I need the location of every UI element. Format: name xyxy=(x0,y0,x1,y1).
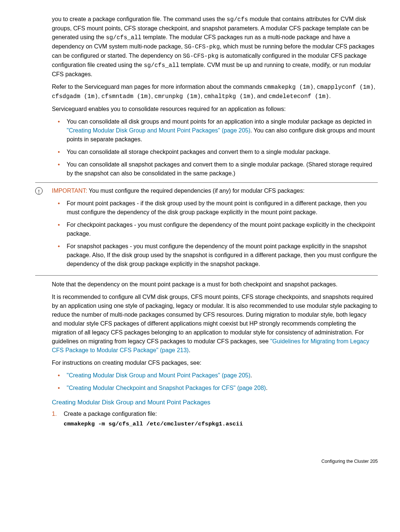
inline-code: cfsdgadm (1m) xyxy=(52,93,98,100)
inline-code: cmdeleteconf (1m) xyxy=(269,93,329,100)
steps-list: Create a package configuration file: cmm… xyxy=(52,410,378,428)
text: . xyxy=(329,93,330,99)
link-creating-modular-dg-mp[interactable]: "Creating Modular Disk Group and Mount P… xyxy=(67,127,250,134)
text: You can consolidate all disk groups and … xyxy=(67,118,371,125)
inline-code: cmrunpkg (1m) xyxy=(154,93,201,100)
text: , xyxy=(313,84,317,90)
list-item: You can consolidate all snapshot package… xyxy=(52,160,378,178)
page-footer: Configuring the Cluster 205 xyxy=(52,458,378,465)
list-item: For mount point packages - if the disk g… xyxy=(52,199,378,217)
inline-code: cfsmntadm (1m) xyxy=(101,93,151,100)
list-item: "Creating Modular Disk Group and Mount P… xyxy=(52,371,378,380)
important-label: IMPORTANT: xyxy=(52,188,87,194)
inline-code: SG-CFS-pkg xyxy=(183,53,219,60)
step-text: Create a package configuration file: xyxy=(64,411,157,417)
list-item: You can consolidate all disk groups and … xyxy=(52,117,378,144)
instructions-links-list: "Creating Modular Disk Group and Mount P… xyxy=(52,371,378,393)
important-list: For mount point packages - if the disk g… xyxy=(52,199,378,269)
text: It is recommended to configure all CVM d… xyxy=(52,294,377,344)
inline-code: SG-CFS-pkg xyxy=(184,44,220,50)
text: , xyxy=(98,93,101,99)
text: you to create a package configuration fi… xyxy=(52,16,227,22)
important-icon: ! xyxy=(35,187,43,195)
inline-code: sg/cfs_all xyxy=(144,62,179,69)
text: . xyxy=(266,385,267,391)
inline-code: cmapplyconf (1m) xyxy=(317,84,374,91)
paragraph-intro: you to create a package configuration fi… xyxy=(52,15,378,79)
inline-code: sg/cfs xyxy=(227,16,248,23)
text: , xyxy=(374,84,375,90)
inline-code: sg/cfs_all xyxy=(106,34,141,41)
section-heading-creating-modular: Creating Modular Disk Group and Mount Po… xyxy=(52,398,378,407)
text: , and xyxy=(254,93,269,99)
inline-code: cmmakepkg (1m) xyxy=(264,84,313,91)
link-creating-modular-checkpoint-snapshot[interactable]: "Creating Modular Checkpoint and Snapsho… xyxy=(67,385,266,391)
paragraph-instructions-intro: For instructions on creating modular CFS… xyxy=(52,358,378,367)
paragraph-note-dependency: Note that the dependency on the mount po… xyxy=(52,280,378,289)
list-item: "Creating Modular Checkpoint and Snapsho… xyxy=(52,384,378,393)
text: Refer to the Serviceguard man pages for … xyxy=(52,84,264,90)
link-creating-modular-dg-mp[interactable]: "Creating Modular Disk Group and Mount P… xyxy=(67,372,250,378)
text: , xyxy=(201,93,204,99)
list-item: For snapshot packages - you must configu… xyxy=(52,242,378,269)
text: , xyxy=(151,93,154,99)
list-item: For checkpoint packages - you must confi… xyxy=(52,220,378,238)
paragraph-manpages: Refer to the Serviceguard man pages for … xyxy=(52,83,378,101)
paragraph-consolidate-intro: Serviceguard enables you to consolidate … xyxy=(52,105,378,114)
paragraph-recommendation: It is recommended to configure all CVM d… xyxy=(52,293,378,355)
important-callout: ! IMPORTANT: You must configure the requ… xyxy=(35,182,378,276)
text: You must configure the required dependen… xyxy=(87,188,304,194)
step-code: cmmakepkg -m sg/cfs_all /etc/cmcluster/c… xyxy=(64,420,378,428)
text: . xyxy=(250,372,252,378)
text: . xyxy=(189,347,190,353)
important-lead: IMPORTANT: You must configure the requir… xyxy=(52,186,378,195)
step-1: Create a package configuration file: cmm… xyxy=(52,410,378,428)
consolidate-list: You can consolidate all disk groups and … xyxy=(52,117,378,178)
inline-code: cmhaltpkg (1m) xyxy=(204,93,254,100)
list-item: You can consolidate all storage checkpoi… xyxy=(52,148,378,156)
